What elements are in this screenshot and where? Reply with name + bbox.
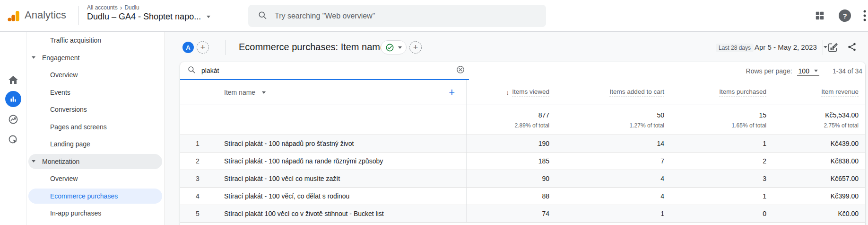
- plus-icon: +: [413, 43, 418, 53]
- table-header-row: Item name + ↓ Items viewed Items added t…: [180, 80, 865, 105]
- chevron-down-icon: [814, 70, 818, 72]
- items-added-to-cart-cell: 4: [556, 170, 671, 187]
- date-preset-badge: Last 28 days: [716, 44, 754, 52]
- breadcrumb: All accounts › Dudlu: [87, 4, 210, 11]
- item-name-cell: Stírací plakát - 100 nápadů na rande růz…: [215, 153, 467, 170]
- items-viewed-cell: 88: [467, 188, 556, 205]
- date-range-picker[interactable]: Apr 5 - May 2, 2023: [755, 43, 827, 51]
- bar-chart-icon: [9, 95, 17, 103]
- clear-filter-button[interactable]: [456, 65, 465, 76]
- diagnostics-grid-button[interactable]: [815, 10, 825, 23]
- collapse-caret-icon: [32, 56, 35, 59]
- more-options-button[interactable]: [863, 9, 866, 24]
- nav-item-events[interactable]: Events: [26, 84, 165, 101]
- nav-item-conversions[interactable]: Conversions: [26, 101, 165, 118]
- dimension-header-label: Item name: [224, 89, 255, 96]
- items-added-to-cart-cell: 1: [556, 205, 671, 222]
- chevron-down-icon: [262, 91, 266, 94]
- comparison-chip-all-users[interactable]: A: [182, 42, 194, 53]
- column-header-items-viewed[interactable]: ↓ Items viewed: [467, 80, 556, 105]
- top-app-bar: Analytics All accounts › Dudlu Dudlu – G…: [0, 0, 868, 32]
- home-nav-button[interactable]: [8, 74, 19, 86]
- breadcrumb-all-accounts[interactable]: All accounts: [87, 4, 118, 11]
- column-header-items-purchased[interactable]: Items purchased: [671, 80, 773, 105]
- comparison-chip-label: A: [186, 44, 190, 51]
- chevron-down-icon: [398, 46, 402, 49]
- home-icon: [8, 74, 19, 86]
- item-name-cell: Stírací plakát 100 věcí co v životě stih…: [215, 205, 467, 222]
- reports-nav-drawer: Traffic acquisition Engagement Overview …: [26, 32, 165, 225]
- totals-items-purchased: 15 1.65% of total: [671, 105, 773, 135]
- nav-item-monetization-overview[interactable]: Overview: [26, 170, 165, 188]
- analytics-logo-icon: [7, 9, 21, 25]
- table-row: 1 Stírací plakát - 100 nápadů pro šťastn…: [180, 135, 865, 153]
- totals-items-viewed: 877 2.89% of total: [467, 105, 556, 135]
- column-header-items-added-to-cart[interactable]: Items added to cart: [556, 80, 671, 105]
- check-circle-icon: [385, 43, 394, 52]
- share-report-button[interactable]: [847, 42, 857, 54]
- nav-item-pages-and-screens[interactable]: Pages and screens: [26, 118, 165, 136]
- item-revenue-cell: Kč439.00: [773, 135, 865, 152]
- nav-list: Traffic acquisition Engagement Overview …: [26, 32, 165, 225]
- dimension-column-header[interactable]: Item name +: [215, 80, 467, 105]
- nav-item-landing-page[interactable]: Landing page: [26, 135, 165, 153]
- advertising-nav-button[interactable]: [8, 134, 19, 145]
- item-revenue-cell: Kč399.00: [773, 188, 865, 205]
- main-content: A + Ecommerce purchases: Item name + Las…: [165, 32, 868, 225]
- chevron-down-icon: [207, 16, 210, 18]
- item-name-cell: Stírací plakát - 100 věcí, co dělat s ro…: [215, 188, 467, 205]
- add-column-button[interactable]: +: [449, 86, 455, 99]
- total-share: 1.65% of total: [732, 122, 766, 129]
- add-comparison-button[interactable]: +: [197, 41, 209, 54]
- table-filter-input[interactable]: [201, 67, 450, 74]
- total-value: 15: [759, 111, 766, 119]
- page-title: Ecommerce purchases: Item name: [239, 42, 385, 53]
- item-revenue-cell: Kč0.00: [773, 205, 865, 222]
- column-header-item-revenue[interactable]: Item revenue: [773, 80, 865, 105]
- rows-per-page-select[interactable]: 100: [797, 67, 819, 76]
- nav-section-engagement[interactable]: Engagement: [26, 49, 165, 67]
- nav-section-monetization[interactable]: Monetization: [26, 153, 165, 171]
- clear-circle-icon: [456, 65, 465, 74]
- item-revenue-cell: Kč657.00: [773, 170, 865, 187]
- item-name-cell: Stírací plakát - 100 věcí co musíte zaží…: [215, 170, 467, 187]
- nav-item-in-app-purchases[interactable]: In-app purchases: [26, 205, 165, 222]
- topbar-divider: [78, 6, 79, 25]
- explore-nav-button[interactable]: [8, 114, 19, 125]
- totals-item-revenue: Kč5,534.00 2.75% of total: [773, 105, 865, 135]
- help-button[interactable]: ?: [839, 9, 851, 22]
- account-breadcrumb-block: All accounts › Dudlu Dudlu – GA4 - Shopt…: [87, 4, 210, 22]
- items-viewed-cell: 90: [467, 170, 556, 187]
- add-report-tab-button[interactable]: +: [409, 41, 422, 54]
- customize-report-icon: [827, 42, 838, 53]
- table-row: 4 Stírací plakát - 100 věcí, co dělat s …: [180, 188, 865, 205]
- rows-per-page-value: 100: [799, 67, 809, 75]
- global-search-placeholder: Try searching "Web overview": [275, 12, 375, 20]
- nav-item-traffic-acquisition[interactable]: Traffic acquisition: [26, 32, 165, 49]
- metric-header-label: Items added to cart: [609, 88, 664, 97]
- table-row: 3 Stírací plakát - 100 věcí co musíte za…: [180, 170, 865, 188]
- sort-descending-icon: ↓: [506, 89, 509, 96]
- breadcrumb-account[interactable]: Dudlu: [124, 4, 139, 11]
- nav-item-ecommerce-purchases-selected[interactable]: Ecommerce purchases: [26, 188, 165, 205]
- pagination-range: 1-34 of 34: [833, 67, 862, 75]
- metric-header-label: Items viewed: [512, 88, 549, 97]
- items-viewed-cell: 74: [467, 205, 556, 222]
- table-totals-row: 877 2.89% of total 50 1.27% of total 15 …: [180, 105, 865, 135]
- advertising-icon: [8, 134, 19, 145]
- report-status-pill[interactable]: [381, 40, 407, 54]
- items-added-to-cart-cell: 14: [556, 135, 671, 152]
- nav-item-publisher-ads[interactable]: Publisher ads: [26, 222, 165, 225]
- reports-nav-button-active[interactable]: [5, 91, 21, 107]
- property-switcher[interactable]: Dudlu – GA4 - Shoptet napo...: [87, 12, 210, 22]
- table-row: 2 Stírací plakát - 100 nápadů na rande r…: [180, 153, 865, 170]
- share-icon: [847, 42, 857, 52]
- total-value: Kč5,534.00: [825, 111, 859, 119]
- table-row: 5 Stírací plakát 100 věcí co v životě st…: [180, 205, 865, 223]
- customize-report-button[interactable]: [827, 42, 838, 55]
- nav-item-engagement-overview[interactable]: Overview: [26, 66, 165, 84]
- property-name: Dudlu – GA4 - Shoptet napo...: [87, 12, 201, 22]
- totals-name-cell: [215, 105, 467, 135]
- global-search[interactable]: Try searching "Web overview": [248, 5, 546, 27]
- table-filter-field[interactable]: [180, 62, 469, 80]
